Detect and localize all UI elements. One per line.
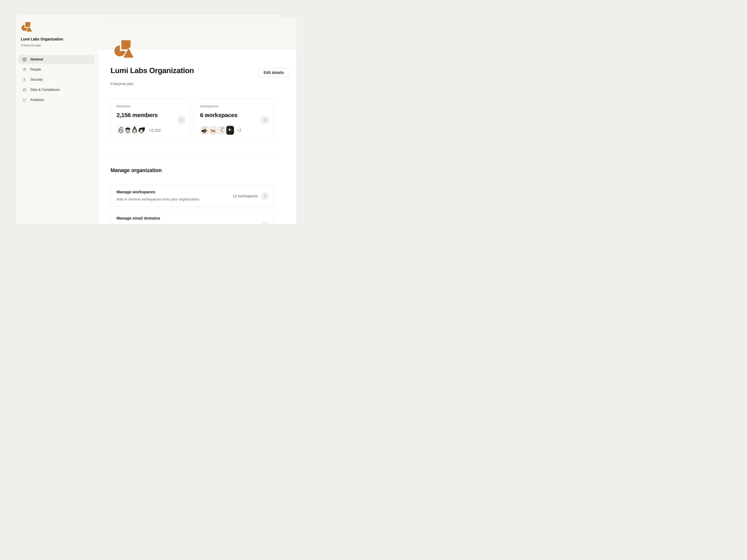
settings-window: Lumi Labs Organization Enterprise plan G… [16,15,283,224]
workspaces-thumbs-row: +2 [200,126,241,135]
section-divider [110,155,274,155]
sidebar-item-label: Analytics [30,98,44,102]
briefcase-icon [22,88,27,92]
manage-workspaces-chevron-button[interactable] [261,192,269,200]
analytics-icon [22,98,27,102]
org-overview-panel: Lumi Labs Organization Edit details Ente… [98,17,297,224]
org-logo-icon [21,21,33,32]
row-subtitle: Add or remove workspaces from your organ… [117,197,200,202]
sparkler-thumb [226,126,234,135]
row-title: Manage workspaces [117,190,155,194]
workspaces-value: 6 workspaces [200,112,237,118]
workspaces-card[interactable]: Workspaces 6 workspaces [194,98,274,141]
members-avatars-row: +2,152 [117,126,161,135]
members-chevron-button[interactable] [177,116,186,124]
avatar-ponytail-hair [137,126,146,135]
manage-email-domains-chevron-button[interactable] [261,222,269,224]
row-subtitle: Verify email domains to manage matching … [117,223,194,224]
avatar-stack [117,126,146,135]
workspace-thumb-stack [200,126,234,135]
members-overflow-count: +2,152 [149,128,161,133]
bee-thumb [200,126,209,135]
sidebar-item-analytics[interactable]: Analytics [19,96,95,104]
sidebar: Lumi Labs Organization Enterprise plan G… [16,15,98,224]
sidebar-item-security[interactable]: Security [19,75,95,84]
members-card[interactable]: Members 2,156 members [110,98,190,141]
manage-workspaces-row[interactable]: Manage workspaces Add or remove workspac… [110,185,274,207]
edit-details-button[interactable]: Edit details [259,68,289,77]
page-title: Lumi Labs Organization [110,66,194,75]
manage-organization-heading: Manage organization [110,167,162,174]
camel-thumb [209,126,217,135]
sidebar-item-label: General [30,57,43,61]
sidebar-item-label: Data & Compliance [30,88,60,92]
workspaces-label: Workspaces [200,104,218,108]
sidebar-item-data-compliance[interactable]: Data & Compliance [19,85,95,94]
members-value: 2,156 members [117,112,158,118]
sidebar-item-label: People [30,68,41,72]
row-title: Manage email domains [117,216,160,220]
row-meta: 12 workspaces [233,194,258,198]
members-label: Members [117,104,130,108]
sidebar-item-people[interactable]: People [19,65,95,74]
chevron-right-icon [180,118,183,122]
sidebar-item-general[interactable]: General [19,55,95,64]
plan-label: Enterprise plan [110,82,133,86]
stats-row: Members 2,156 members [110,98,274,141]
sidebar-org-name: Lumi Labs Organization [21,37,63,42]
lock-icon [22,78,27,82]
sidebar-nav: General People Security Data & Complianc… [19,55,95,106]
dancer-thumb [218,126,226,135]
manage-email-domains-row[interactable]: Manage email domains Verify email domain… [110,211,274,224]
row-right: 8 verified · 0 pending [223,215,269,224]
row-meta: 8 verified · 0 pending [223,223,258,224]
workspaces-overflow-count: +2 [237,128,241,133]
sidebar-item-label: Security [30,78,43,82]
gear-icon [22,57,27,62]
people-icon [22,68,27,72]
sidebar-plan-label: Enterprise plan [21,44,41,47]
org-logo-large [113,39,135,58]
chevron-right-icon [263,118,267,122]
chevron-right-icon [263,194,267,198]
workspaces-chevron-button[interactable] [261,116,269,124]
row-right: 12 workspaces [233,185,269,207]
